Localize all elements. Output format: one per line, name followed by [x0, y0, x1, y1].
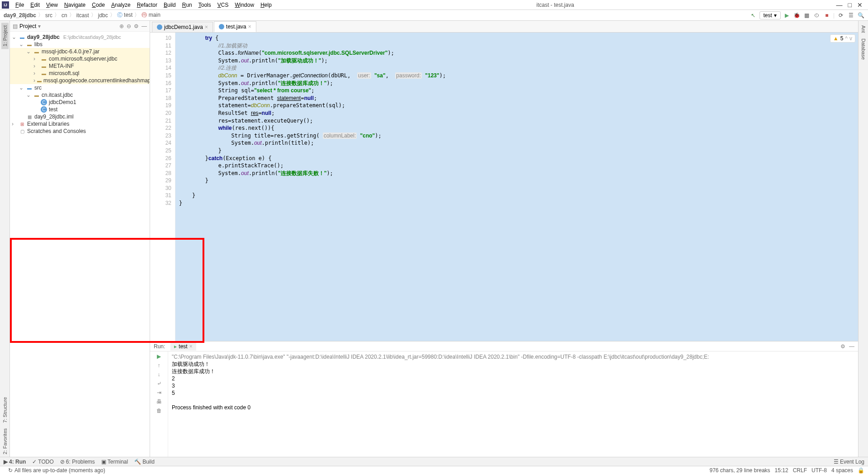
debug-icon[interactable]: 🐞 [793, 12, 801, 19]
breadcrumb-item[interactable]: ⓜ main [142, 11, 160, 19]
status-encoding[interactable]: UTF-8 [811, 467, 827, 474]
tool-window-button[interactable]: ⊘6: Problems [60, 459, 95, 465]
menu-window[interactable]: Window [232, 1, 257, 9]
status-indent[interactable]: 4 spaces [831, 467, 853, 474]
menu-build[interactable]: Build [161, 1, 179, 9]
settings-icon[interactable]: ⚙ [134, 23, 139, 29]
tool-window-button[interactable]: ✓TODO [32, 459, 53, 465]
run-tab[interactable]: ▸ test × [170, 342, 196, 351]
tree-node[interactable]: Ctest [10, 106, 150, 113]
status-linesep[interactable]: CRLF [793, 467, 807, 474]
run-body: ▶ ↑ ↓ ⤶ ⇥ 🖶 🗑 "C:\Program Files\Java\jdk… [150, 351, 858, 457]
close-icon[interactable]: ✕ [857, 1, 863, 9]
trash-icon[interactable]: 🗑 [156, 408, 162, 414]
status-caret[interactable]: 15:12 [775, 467, 788, 474]
run-hide-icon[interactable]: ― [849, 343, 854, 350]
menu-edit[interactable]: Edit [28, 1, 42, 9]
breadcrumb-item[interactable]: cn [61, 12, 67, 19]
chevron-down-icon: ▾ [774, 12, 777, 19]
coverage-icon[interactable]: ▦ [803, 12, 811, 19]
tool-window-button[interactable]: ▶4: Run [4, 459, 26, 465]
event-log-button[interactable]: ☰ Event Log [834, 459, 864, 465]
close-icon[interactable]: × [248, 24, 251, 30]
back-arrow-icon[interactable]: ↖ [750, 12, 757, 19]
search-icon[interactable]: 🔍 [857, 12, 864, 19]
lock-icon[interactable]: 🔒 [858, 467, 864, 474]
editor-tabs: jdbcDemo1.java×test.java× [150, 21, 858, 33]
tree-node[interactable]: ›▬META-INF [10, 62, 150, 70]
tree-node[interactable]: ›▬microsoft.sql [10, 70, 150, 77]
tool-window-button[interactable]: ▣Terminal [101, 459, 128, 465]
menu-run[interactable]: Run [179, 1, 195, 9]
breadcrumb-item[interactable]: jdbc [98, 12, 108, 19]
maximize-icon[interactable]: □ [848, 1, 852, 9]
run-icon[interactable]: ▶ [783, 12, 791, 19]
breadcrumb-item[interactable]: day9_28jdbc [4, 12, 36, 19]
status-bar: ↻ All files are up-to-date (moments ago)… [0, 466, 868, 474]
right-tool-strip: Ant Database [858, 21, 868, 457]
tree-node[interactable]: ›⊞External Libraries [10, 120, 150, 128]
breadcrumb-item[interactable]: itcast [76, 12, 89, 19]
tree-node[interactable]: CjdbcDemo1 [10, 99, 150, 106]
menu-analyze[interactable]: Analyze [108, 1, 133, 9]
tree-node[interactable]: ▢Scratches and Consoles [10, 128, 150, 135]
hide-icon[interactable]: ― [142, 23, 147, 29]
breadcrumb-item[interactable]: src [45, 12, 52, 19]
profile-icon[interactable]: ⏲ [813, 12, 821, 19]
main-menu: FileEditViewNavigateCodeAnalyzeRefactorB… [13, 1, 274, 9]
menu-code[interactable]: Code [89, 1, 108, 9]
favorites-tool-tab[interactable]: 2: Favorites [1, 426, 9, 457]
warning-count: 5 [840, 35, 844, 42]
select-opened-icon[interactable]: ⊖ [127, 23, 131, 29]
print-icon[interactable]: 🖶 [156, 398, 162, 405]
minimize-icon[interactable]: ― [836, 1, 843, 9]
tree-node[interactable]: ⌄▬cn.itcast.jdbc [10, 91, 150, 99]
tree-node[interactable]: ▦day9_28jdbc.iml [10, 113, 150, 120]
project-tool-tab[interactable]: 1: Project [1, 23, 9, 49]
tree-node[interactable]: ›▬mssql.googlecode.concurrentlinkedhashm… [10, 77, 150, 84]
menu-navigate[interactable]: Navigate [61, 1, 88, 9]
run-toolbar: ▶ ↑ ↓ ⤶ ⇥ 🖶 🗑 [150, 351, 168, 457]
tool-window-button[interactable]: 🔨Build [134, 459, 155, 465]
breadcrumb-item[interactable]: Ⓒ test [117, 11, 133, 19]
tree-node[interactable]: ⌄▬libs [10, 41, 150, 48]
tree-node[interactable]: ⌄▬day9_28jdbcE:\jdbc\itcast\day9_28jdbc [10, 33, 150, 41]
inspection-badge[interactable]: ▲ 5 ^ v [830, 34, 855, 43]
code-editor[interactable]: 1011121314151617181920212223242526272829… [150, 33, 858, 341]
tree-node[interactable]: ›▬com.microsoft.sqlserver.jdbc [10, 55, 150, 62]
rerun-icon[interactable]: ▶ [157, 353, 161, 360]
status-message: All files are up-to-date (moments ago) [14, 467, 105, 474]
editor-tab[interactable]: jdbcDemo1.java× [152, 22, 213, 32]
update-icon[interactable]: ⟳ [837, 12, 844, 19]
menu-view[interactable]: View [43, 1, 61, 9]
sync-icon[interactable]: ↻ [8, 467, 13, 474]
close-icon[interactable]: × [205, 24, 208, 30]
wrap-icon[interactable]: ⤶ [157, 380, 161, 387]
up-icon[interactable]: ↑ [158, 362, 160, 369]
project-tree[interactable]: ⌄▬day9_28jdbcE:\jdbc\itcast\day9_28jdbc⌄… [10, 32, 150, 457]
menu-tools[interactable]: Tools [196, 1, 214, 9]
database-tool-tab[interactable]: Database [860, 36, 867, 62]
chevron-down-icon: v [849, 35, 852, 42]
menu-help[interactable]: Help [258, 1, 274, 9]
console-output[interactable]: "C:\Program Files\Java\jdk-11.0.7\bin\ja… [168, 351, 858, 457]
run-config-selector[interactable]: test ▾ [760, 11, 781, 19]
collapse-icon[interactable]: ⊕ [119, 23, 124, 29]
main-area: 1: Project 7: Structure 2: Favorites ▤ P… [0, 21, 868, 457]
tree-node[interactable]: ⌄▬mssql-jdbc-6.4.0.jre7.jar [10, 48, 150, 55]
code-content[interactable]: try { //1.加载驱动 Class.forName("com.micros… [175, 33, 858, 341]
structure-icon[interactable]: ☰ [847, 12, 854, 19]
close-icon[interactable]: × [189, 343, 193, 350]
scroll-end-icon[interactable]: ⇥ [157, 389, 161, 396]
ant-tool-tab[interactable]: Ant [860, 23, 867, 36]
tree-node[interactable]: ⌄▬src [10, 84, 150, 91]
menu-file[interactable]: File [13, 1, 27, 9]
structure-tool-tab[interactable]: 7: Structure [1, 394, 9, 426]
menu-vcs[interactable]: VCS [215, 1, 231, 9]
run-panel: Run: ▸ test × ⚙ ― ▶ ↑ ↓ ⤶ [150, 341, 858, 457]
editor-tab[interactable]: test.java× [214, 21, 256, 32]
run-settings-icon[interactable]: ⚙ [840, 343, 845, 350]
stop-icon[interactable]: ■ [823, 12, 830, 19]
down-icon[interactable]: ↓ [158, 371, 160, 378]
menu-refactor[interactable]: Refactor [134, 1, 160, 9]
